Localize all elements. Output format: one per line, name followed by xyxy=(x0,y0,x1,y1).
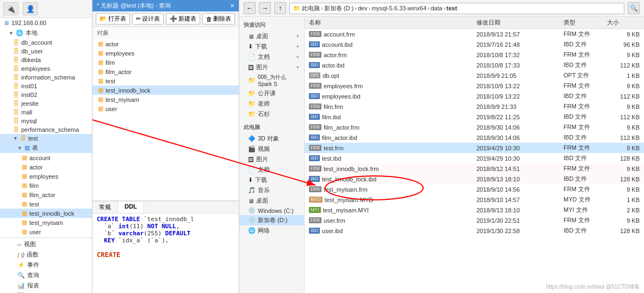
file-size: 112 KB xyxy=(607,62,640,69)
file-row[interactable]: MYD test_myisam.MYD 2018/9/10 14:57 MYD … xyxy=(305,194,644,205)
db-item-jeesite[interactable]: 🗄 jeesite xyxy=(0,99,92,108)
file-row[interactable]: IBD film.ibd 2019/8/22 11:25 IBD 文件 112 … xyxy=(305,112,644,122)
file-row[interactable]: IBD actor.ibd 2018/10/8 17:33 IBD 文件 112… xyxy=(305,60,644,70)
nav-music[interactable]: 🎵音乐 xyxy=(239,185,304,196)
obj-test_myisam[interactable]: ▦test_myisam xyxy=(92,95,239,104)
nav-downloads2[interactable]: ⬇下载 xyxy=(239,175,304,185)
qa-docs[interactable]: 📄文档✦ xyxy=(239,52,304,62)
qa-008[interactable]: 📁008_为什么Spark S xyxy=(239,72,304,88)
tab-ddl[interactable]: DDL xyxy=(118,202,144,213)
file-type: OPT 文件 xyxy=(564,71,607,80)
search-file-button[interactable]: 🔍 xyxy=(628,2,640,14)
qa-teacher[interactable]: 📁老师 xyxy=(239,99,304,109)
table-item-test[interactable]: ▦ test xyxy=(0,199,92,209)
functions-group[interactable]: f() 函数 xyxy=(0,249,92,260)
col-size[interactable]: 大小 xyxy=(607,19,640,27)
file-row[interactable]: FRM film.frm 2018/9/9 21:33 FRM 文件 9 KB xyxy=(305,101,644,112)
file-size: 112 KB xyxy=(607,114,640,120)
open-table-button[interactable]: 📂 打开表 xyxy=(96,13,130,25)
tab-regular[interactable]: 常规 xyxy=(92,202,118,213)
table-item-film_actor[interactable]: ▦ film_actor xyxy=(0,190,92,199)
file-row[interactable]: FRM film_actor.frm 2018/9/30 14:06 FRM 文… xyxy=(305,122,644,132)
up-button[interactable]: ↑ xyxy=(274,2,286,14)
db-item-performance_schema[interactable]: 🗄 performance_schema xyxy=(0,125,92,134)
obj-test_innodb_lock[interactable]: ▦test_innodb_lock xyxy=(92,86,239,95)
nav-network[interactable]: 🌐网络 xyxy=(239,225,304,236)
col-type[interactable]: 类型 xyxy=(564,19,607,27)
qa-pics[interactable]: 🖼图片✦ xyxy=(239,62,304,72)
db-item-mysql[interactable]: 🗄 mysql xyxy=(0,117,92,125)
db-item-db_user[interactable]: 🗄 db_user xyxy=(0,47,92,56)
table-item-user[interactable]: ▦ user xyxy=(0,227,92,236)
nav-documents[interactable]: 📄文档 xyxy=(239,164,304,175)
qa-public-course[interactable]: 📁公开课 xyxy=(239,88,304,99)
obj-test[interactable]: ▦test xyxy=(92,76,239,86)
queries-group[interactable]: 🔍 查询 xyxy=(0,270,92,280)
new-table-button[interactable]: ➕ 新建表 xyxy=(166,13,200,25)
forward-button[interactable]: → xyxy=(259,2,271,14)
table-item-actor[interactable]: ▦ actor xyxy=(0,162,92,172)
file-name: FRM film.frm xyxy=(309,103,476,110)
nav-3d[interactable]: 🔷3D 对象 xyxy=(239,133,304,144)
col-name[interactable]: 名称 xyxy=(309,19,476,27)
connect-icon[interactable]: 🔌 xyxy=(3,2,18,15)
db-item-inst01[interactable]: 🗄 inst01 xyxy=(0,82,92,90)
file-row[interactable]: FRM test_innodb_lock.frm 2018/9/12 14:51… xyxy=(305,163,644,174)
table-item-test_innodb_lock[interactable]: ▦ test_innodb_lock xyxy=(0,209,92,218)
table-item-film[interactable]: ▦ film xyxy=(0,181,92,190)
col-date[interactable]: 修改日期 xyxy=(476,19,564,27)
back-button[interactable]: ← xyxy=(244,2,256,14)
obj-user[interactable]: ▦user xyxy=(92,104,239,113)
file-row[interactable]: FRM user.frm 2019/1/30 22:51 FRM 文件 9 KB xyxy=(305,215,644,225)
db-item-mall[interactable]: 🗄 mall xyxy=(0,108,92,117)
file-toolbar: ← → ↑ 📁 此电脑 › 新加卷 (D:) › dev › mysql-5.6… xyxy=(239,0,644,17)
delete-table-button[interactable]: 🗑 删除表 xyxy=(202,13,235,25)
obj-film[interactable]: ▦film xyxy=(92,58,239,67)
file-type: FRM 文件 xyxy=(564,164,607,173)
table-item-test_myisam[interactable]: ▦ test_myisam xyxy=(0,218,92,227)
address-bar[interactable]: 📁 此电脑 › 新加卷 (D:) › dev › mysql-5.6.33-wi… xyxy=(289,3,624,14)
qa-downloads[interactable]: ⬇下载✦ xyxy=(239,41,304,52)
db-item-inst02[interactable]: 🗄 inst02 xyxy=(0,90,92,99)
nav-desktop2[interactable]: 🖥桌面 xyxy=(239,196,304,206)
file-row[interactable]: IBD test.ibd 2019/4/29 10:30 IBD 文件 128 … xyxy=(305,153,644,163)
file-row[interactable]: OPT db.opt 2018/9/9 21:05 OPT 文件 1 KB xyxy=(305,70,644,81)
file-type: FRM 文件 xyxy=(564,102,607,111)
db-item-test[interactable]: ▼ 🗄 test xyxy=(0,134,92,143)
design-table-button[interactable]: ✏ 设计表 xyxy=(132,13,164,25)
backup-group[interactable]: 💾 备份 xyxy=(0,291,92,293)
file-row[interactable]: IBD test_innodb_lock.ibd 2018/9/13 18:10… xyxy=(305,174,644,184)
file-row[interactable]: FRM test.frm 2019/4/29 10:30 FRM 文件 9 KB xyxy=(305,143,644,153)
qa-shisha[interactable]: 📁石杉 xyxy=(239,109,304,119)
server-item-192[interactable]: 🖥 192.168.0.60 xyxy=(0,18,92,28)
db-item-dbkeda[interactable]: 🗄 dbkeda xyxy=(0,56,92,64)
reports-group[interactable]: 📊 报表 xyxy=(0,280,92,291)
obj-film_actor[interactable]: ▦film_actor xyxy=(92,67,239,76)
nav-c-drive[interactable]: 💿Windows (C:) xyxy=(239,206,304,215)
user-icon[interactable]: 👤 xyxy=(23,2,38,15)
file-row[interactable]: FRM test_myisam.frm 2018/9/10 14:56 FRM … xyxy=(305,184,644,194)
file-row[interactable]: MYI test_myisam.MYI 2018/9/13 18:10 MYI … xyxy=(305,205,644,215)
db-item-db_account[interactable]: 🗄 db_account xyxy=(0,38,92,47)
file-row[interactable]: FRM employees.frm 2018/10/9 13:22 FRM 文件… xyxy=(305,81,644,91)
nav-d-drive[interactable]: 💿新加卷 (D:) xyxy=(239,215,304,225)
file-row[interactable]: IBD user.ibd 2019/1/30 22:58 IBD 文件 128 … xyxy=(305,225,644,236)
file-row[interactable]: IBD film_actor.ibd 2018/9/30 14:06 IBD 文… xyxy=(305,132,644,143)
views-group[interactable]: ∞ 视图 xyxy=(0,239,92,249)
qa-desktop[interactable]: 🖥桌面✦ xyxy=(239,31,304,41)
file-row[interactable]: IBD employees.ibd 2018/10/9 13:22 IBD 文件… xyxy=(305,91,644,101)
table-item-account[interactable]: ▦ account xyxy=(0,153,92,162)
table-item-employees[interactable]: ▦ employees xyxy=(0,172,92,181)
file-row[interactable]: FRM actor.frm 2018/10/8 17:32 FRM 文件 9 K… xyxy=(305,50,644,60)
tables-group[interactable]: ▼ ▦ 表 xyxy=(0,143,92,153)
obj-actor[interactable]: ▦actor xyxy=(92,39,239,48)
db-item-employees[interactable]: 🗄 employees xyxy=(0,64,92,73)
local-group[interactable]: ▼ 🌐 本地 xyxy=(0,28,92,38)
nav-video[interactable]: 🎬视频 xyxy=(239,144,304,154)
obj-employees[interactable]: ▦employees xyxy=(92,48,239,58)
file-row[interactable]: FRM account.frm 2018/9/13 21:57 FRM 文件 9… xyxy=(305,29,644,39)
events-group[interactable]: ⚡ 事件 xyxy=(0,260,92,270)
file-row[interactable]: IBD account.ibd 2019/7/16 21:48 IBD 文件 9… xyxy=(305,39,644,50)
nav-pictures[interactable]: 🖼图片 xyxy=(239,154,304,164)
db-item-information_schema[interactable]: 🗄 information_schema xyxy=(0,73,92,82)
